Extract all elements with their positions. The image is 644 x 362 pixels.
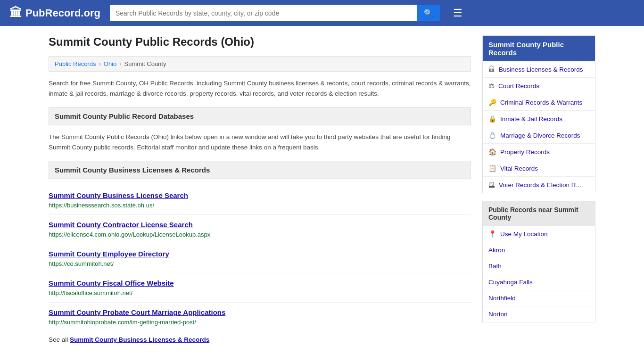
page-description: Search for free Summit County, OH Public… [49,78,471,99]
record-url: https://businesssearch.sos.state.oh.us/ [49,202,154,209]
nearby-city-link[interactable]: Cuyahoga Falls [483,274,595,290]
sidebar-link-label: Court Records [498,82,539,90]
record-url: http://summitohioprobate.com/im-getting-… [49,319,196,326]
sidebar-link[interactable]: 📋 Vital Records [483,160,595,176]
nearby-use-location-item: 📍 Use My Location [483,226,595,242]
sidebar-link-label: Inmate & Jail Records [500,115,562,123]
sidebar-link-label: Business Licenses & Records [499,66,583,73]
sidebar-link-label: Property Records [500,148,550,156]
record-url: https://co.summitoh.net/ [49,260,114,267]
sidebar-list-item: 🏛 Business Licenses & Records [483,61,595,78]
sidebar-link[interactable]: 💍 Marriage & Divorce Records [483,127,595,143]
sidebar-link-label: Marriage & Divorce Records [500,132,580,139]
see-all-link[interactable]: Summit County Business Licenses & Record… [70,336,209,343]
sidebar-list-item: 🔑 Criminal Records & Warrants [483,94,595,111]
records-list: Summit County Business License Search ht… [49,186,471,331]
sidebar-nearby-list: 📍 Use My Location Akron Bath Cuyahoga Fa… [483,226,595,322]
record-link[interactable]: Summit County Employee Directory [49,250,471,258]
sidebar-link[interactable]: 🔒 Inmate & Jail Records [483,111,595,127]
page-title: Summit County Public Records (Ohio) [49,35,471,49]
sidebar-link[interactable]: 🔑 Criminal Records & Warrants [483,94,595,110]
menu-button[interactable]: ☰ [449,5,466,21]
breadcrumb-public-records[interactable]: Public Records [55,60,96,67]
nearby-city-item: Bath [483,258,595,274]
location-icon: 📍 [488,230,496,238]
sidebar-link-icon: 🔑 [488,99,496,106]
use-location-link[interactable]: 📍 Use My Location [483,226,595,242]
record-url: https://elicense4.com.ohio.gov/Lookup/Li… [49,231,210,238]
logo[interactable]: 🏛 PubRecord.org [9,6,100,20]
page-container: Summit County Public Records (Ohio) Publ… [39,26,605,353]
breadcrumb-summit-county: Summit County [124,60,166,67]
business-section-header: Summit County Business Licenses & Record… [49,161,471,179]
sidebar-link-label: Vital Records [500,165,538,172]
nearby-city-link[interactable]: Bath [483,258,595,274]
breadcrumb-sep-2: › [119,60,121,67]
record-link[interactable]: Summit County Business License Search [49,191,471,199]
sidebar-main-box: Summit County Public Records 🏛 Business … [482,35,595,193]
search-icon: 🔍 [424,9,433,17]
sidebar-list-item: 📋 Vital Records [483,160,595,177]
nearby-city-label: Akron [488,247,505,254]
record-link[interactable]: Summit County Probate Court Marriage App… [49,308,471,316]
sidebar-link-label: Criminal Records & Warrants [500,99,582,106]
breadcrumb-ohio[interactable]: Ohio [104,60,116,67]
sidebar-links-list: 🏛 Business Licenses & Records ⚖ Court Re… [483,61,595,193]
nearby-city-item: Norton [483,306,595,322]
nearby-city-label: Bath [488,263,502,270]
main-content: Summit County Public Records (Ohio) Publ… [49,35,471,343]
search-input[interactable] [110,5,417,21]
sidebar-link[interactable]: ⚖ Court Records [483,78,595,94]
hamburger-icon: ☰ [453,7,462,19]
sidebar-nearby-title: Public Records near Summit County [483,201,595,226]
sidebar-main-title: Summit County Public Records [483,36,595,61]
nearby-city-label: Cuyahoga Falls [488,279,533,286]
sidebar-nearby-box: Public Records near Summit County 📍 Use … [482,201,595,322]
nearby-city-link[interactable]: Norton [483,306,595,322]
logo-text: PubRecord.org [25,7,100,19]
sidebar-list-item: 🗳 Voter Records & Election R... [483,177,595,193]
record-item: Summit County Contractor License Search … [49,215,471,244]
sidebar: Summit County Public Records 🏛 Business … [482,35,595,343]
sidebar-link-icon: 📋 [488,165,496,172]
nearby-city-item: Northfield [483,290,595,306]
sidebar-link-icon: 🏠 [488,148,496,156]
use-location-label: Use My Location [500,230,548,238]
sidebar-link[interactable]: 🏠 Property Records [483,144,595,160]
sidebar-list-item: 🔒 Inmate & Jail Records [483,111,595,127]
sidebar-link[interactable]: 🗳 Voter Records & Election R... [483,177,595,193]
sidebar-list-item: 💍 Marriage & Divorce Records [483,127,595,144]
search-button[interactable]: 🔍 [417,5,440,21]
nearby-city-link[interactable]: Akron [483,242,595,258]
nearby-city-item: Akron [483,242,595,258]
sidebar-link-icon: 🗳 [488,181,495,189]
breadcrumb: Public Records › Ohio › Summit County [49,56,471,72]
sidebar-link-icon: 💍 [488,132,496,139]
record-url: http://fiscaloffice.summitoh.net/ [49,289,132,296]
sidebar-list-item: ⚖ Court Records [483,78,595,94]
header: 🏛 PubRecord.org 🔍 ☰ [0,0,644,26]
record-link[interactable]: Summit County Fiscal Office Website [49,279,471,287]
sidebar-link-label: Voter Records & Election R... [499,181,581,189]
sidebar-link-icon: ⚖ [488,82,495,90]
databases-description: The Summit County Public Records (Ohio) … [49,132,471,152]
breadcrumb-sep-1: › [99,60,100,67]
nearby-city-item: Cuyahoga Falls [483,274,595,290]
sidebar-link-icon: 🏛 [488,66,495,73]
nearby-city-label: Norton [488,311,508,318]
logo-icon: 🏛 [9,6,22,20]
nearby-city-link[interactable]: Northfield [483,290,595,306]
record-item: Summit County Business License Search ht… [49,186,471,215]
sidebar-link-icon: 🔒 [488,115,496,123]
see-all-text: See all Summit County Business Licenses … [49,336,471,343]
nearby-city-label: Northfield [488,295,516,302]
record-link[interactable]: Summit County Contractor License Search [49,221,471,229]
sidebar-list-item: 🏠 Property Records [483,144,595,160]
databases-section-header: Summit County Public Record Databases [49,107,471,125]
record-item: Summit County Employee Directory https:/… [49,244,471,273]
record-item: Summit County Probate Court Marriage App… [49,303,471,331]
record-item: Summit County Fiscal Office Website http… [49,273,471,303]
sidebar-link[interactable]: 🏛 Business Licenses & Records [483,61,595,77]
search-area: 🔍 [110,5,440,21]
